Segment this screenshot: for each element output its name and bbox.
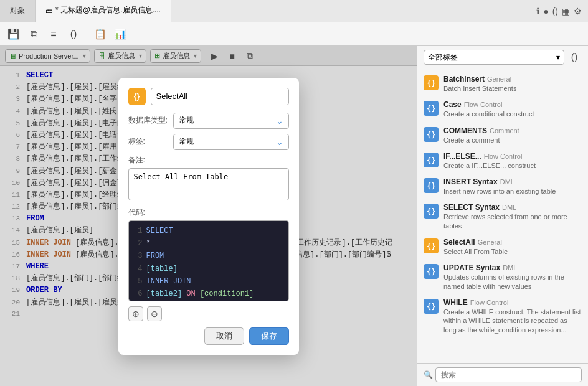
list-item[interactable]: {}WHILEFlow ControlCreate a WHILE constr… — [417, 294, 588, 338]
right-panel: 全部标签 ▾ () {}BatchInsertGeneralBatch Inse… — [417, 46, 588, 386]
format-button[interactable]: ≡ — [45, 26, 62, 43]
modal-code-area[interactable]: 1SELECT2*3FROM4 [table]5INNER JOIN6[tabl… — [128, 220, 289, 301]
wrap-button[interactable]: () — [65, 26, 82, 43]
snippet-text-block: INSERT SyntaxDMLInsert new rows into an … — [443, 177, 582, 195]
snippet-name: Case — [443, 100, 462, 109]
modal-tag-label: 标签: — [128, 136, 173, 147]
svg-text:{}: {} — [427, 79, 435, 87]
modal-dbtype-arrow: ⌄ — [276, 116, 283, 126]
snippet-tag: Flow Control — [464, 101, 503, 108]
title-bar-actions: ℹ ● () ▦ ⚙ — [530, 0, 588, 22]
record-icon[interactable]: ● — [543, 6, 548, 16]
modal-dbtype-value: 常规 — [179, 115, 194, 126]
list-item[interactable]: {}SelectAllGeneralSelect All From Table — [417, 234, 588, 260]
svg-text:{}: {} — [427, 242, 435, 250]
modal-code-content: [table] — [146, 263, 178, 275]
tab-query[interactable]: 🗃 * 无标题@雇员信息.雇员信息.... — [36, 0, 171, 22]
snippet-text-block: SELECT SyntaxDMLRetrieve rows selected f… — [443, 203, 582, 230]
snippet-text-block: CaseFlow ControlCreate a conditional con… — [443, 100, 582, 118]
snippet-tag: Comment — [490, 127, 519, 134]
snippet-desc: Create a conditional construct — [443, 110, 582, 118]
save-button[interactable]: 💾 — [5, 26, 22, 43]
snippet-desc: Create a WHILE construct. The statement … — [443, 308, 582, 334]
modal-code-content: [table2] ON [condition1] — [146, 288, 254, 300]
paren-icon[interactable]: () — [552, 6, 558, 16]
list-item[interactable]: {}UPDATE SyntaxDMLUpdates columns of exi… — [417, 260, 588, 294]
snippet-text-block: IF...ELSE...Flow ControlCreate a IF...EL… — [443, 152, 582, 170]
modal-overlay: {} 数据库类型: 常规 ⌄ 标签: 常规 ⌄ — [0, 46, 417, 386]
svg-text:{}: {} — [427, 156, 435, 164]
modal-tag-select[interactable]: 常规 ⌄ — [173, 134, 289, 150]
modal-code-row: 4 [table] — [134, 263, 283, 275]
snippet-desc: Batch Insert Statements — [443, 84, 582, 93]
tag-filter-select[interactable]: 全部标签 ▾ — [424, 50, 564, 65]
snippet-desc: Create a IF...ELSE... construct — [443, 161, 582, 170]
snippet-icon: {} — [424, 101, 439, 116]
modal-dbtype-label: 数据库类型: — [128, 115, 173, 126]
modal-code-row: 1SELECT — [134, 225, 283, 237]
modal-code-section: 代码: 1SELECT2*3FROM4 [table]5INNER JOIN6[… — [128, 207, 289, 301]
search-input[interactable] — [435, 367, 582, 382]
refresh-button[interactable]: () — [567, 50, 582, 65]
list-item[interactable]: {}INSERT SyntaxDMLInsert new rows into a… — [417, 174, 588, 199]
clipboard-button[interactable]: 📋 — [92, 26, 109, 43]
snippet-modal: {} 数据库类型: 常规 ⌄ 标签: 常规 ⌄ — [118, 78, 299, 355]
modal-note-input[interactable]: Select All From Table — [128, 168, 289, 200]
modal-actions: 取消 保存 — [128, 327, 289, 345]
snippet-desc: Insert new rows into an existing table — [443, 187, 582, 195]
tab-objects[interactable]: 对象 — [0, 0, 36, 22]
modal-name-row: {} — [128, 88, 289, 105]
modal-add-btn[interactable]: ⊕ — [128, 306, 143, 321]
list-item[interactable]: {}CaseFlow ControlCreate a conditional c… — [417, 96, 588, 122]
modal-name-input[interactable] — [151, 88, 289, 105]
snippet-name: WHILE — [443, 298, 468, 307]
modal-code-row: 6[table2] ON [condition1] — [134, 288, 283, 300]
modal-dbtype-row: 数据库类型: 常规 ⌄ — [128, 113, 289, 129]
snippet-tag: DML — [503, 264, 517, 271]
toolbar: 💾 ⧉ ≡ () 📋 📊 — [0, 22, 588, 46]
copy-button[interactable]: ⧉ — [25, 26, 42, 43]
modal-code-content: * — [146, 237, 151, 250]
modal-note-section: 备注: Select All From Table — [128, 155, 289, 207]
modal-code-row: 3FROM — [134, 250, 283, 262]
modal-code-number: 2 — [134, 237, 143, 250]
snippet-name: SELECT Syntax — [443, 203, 500, 212]
main-area: 🖥 Production Server... ▾ 🗄 雇员信息 ▾ ⊞ 雇员信息… — [0, 46, 588, 386]
chart-button[interactable]: 📊 — [111, 26, 129, 43]
snippet-name: COMMENTS — [443, 126, 487, 135]
snippet-name: SelectAll — [443, 238, 475, 247]
toolbar-sep — [87, 28, 87, 40]
gear-icon[interactable]: ⚙ — [574, 6, 582, 16]
svg-text:{}: {} — [427, 182, 435, 190]
svg-text:{}: {} — [427, 207, 435, 215]
snippet-text-block: UPDATE SyntaxDMLUpdates columns of exist… — [443, 263, 582, 291]
modal-cancel-button[interactable]: 取消 — [204, 327, 244, 345]
snippet-tag: General — [478, 238, 502, 246]
modal-code-row: 2* — [134, 237, 283, 250]
right-panel-header: 全部标签 ▾ () — [417, 46, 588, 68]
list-item[interactable]: {}BatchInsertGeneralBatch Insert Stateme… — [417, 71, 588, 96]
snippet-icon: {} — [424, 127, 439, 142]
snippet-icon: {} — [424, 238, 439, 253]
snippet-text-block: SelectAllGeneralSelect All From Table — [443, 238, 582, 256]
modal-remove-btn[interactable]: ⊖ — [147, 306, 162, 321]
snippet-desc: Create a comment — [443, 136, 582, 144]
snippet-desc: Updates columns of existing rows in the … — [443, 273, 582, 291]
snippet-tag: DML — [500, 178, 514, 186]
list-item[interactable]: {}COMMENTSCommentCreate a comment — [417, 123, 588, 148]
snippet-name: BatchInsert — [443, 75, 485, 83]
grid-icon[interactable]: ▦ — [562, 6, 570, 16]
list-item[interactable]: {}IF...ELSE...Flow ControlCreate a IF...… — [417, 148, 588, 174]
snippet-icon: {} — [424, 178, 439, 193]
modal-code-content: SELECT — [146, 225, 173, 237]
modal-code-number: 5 — [134, 275, 143, 288]
modal-tag-value: 常规 — [179, 136, 194, 147]
search-icon: 🔍 — [424, 370, 433, 379]
snippet-icon: {} — [424, 204, 439, 219]
modal-bottom-bar: ⊕ ⊖ — [128, 306, 289, 321]
list-item[interactable]: {}SELECT SyntaxDMLRetrieve rows selected… — [417, 199, 588, 234]
info-icon[interactable]: ℹ — [536, 6, 539, 16]
modal-code-label: 代码: — [128, 207, 289, 218]
modal-dbtype-select[interactable]: 常规 ⌄ — [173, 113, 289, 129]
modal-save-button[interactable]: 保存 — [249, 327, 289, 345]
